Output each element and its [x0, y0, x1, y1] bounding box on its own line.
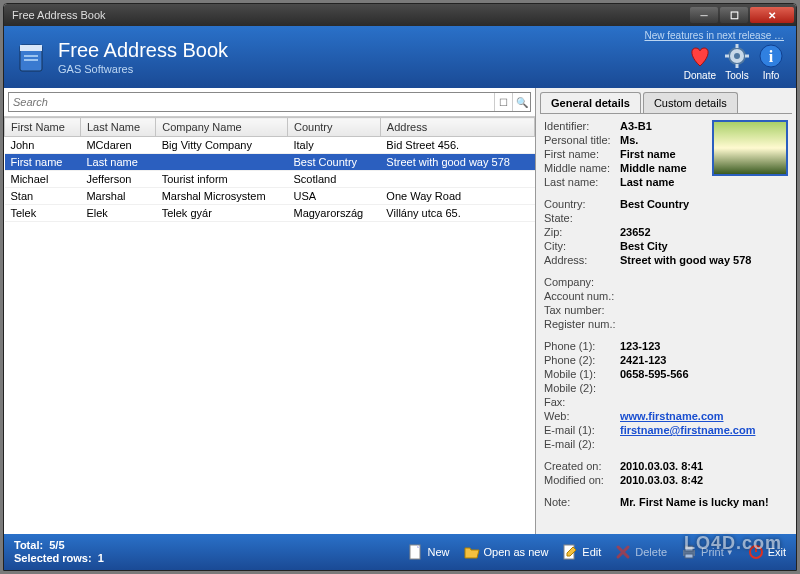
column-header[interactable]: Company Name — [156, 118, 288, 137]
contact-photo[interactable] — [712, 120, 788, 176]
table-row[interactable]: First nameLast nameBest CountryStreet wi… — [5, 154, 535, 171]
detail-label: Fax: — [544, 396, 620, 408]
table-row[interactable]: StanMarshalMarshal MicrosystemUSAOne Way… — [5, 188, 535, 205]
app-subtitle: GAS Softwares — [58, 63, 228, 75]
detail-value: Best Country — [620, 198, 689, 210]
tab-custom-details[interactable]: Custom details — [643, 92, 738, 113]
selected-value: 1 — [98, 552, 104, 564]
column-header[interactable]: Address — [380, 118, 534, 137]
edit-button[interactable]: Edit — [562, 544, 601, 560]
detail-label: E-mail (2): — [544, 438, 620, 450]
detail-row: Mobile (1):0658-595-566 — [544, 368, 788, 380]
detail-label: Mobile (1): — [544, 368, 620, 380]
detail-value: Street with good way 578 — [620, 254, 751, 266]
detail-value: www.firstname.com — [620, 410, 724, 422]
detail-row: Last name:Last name — [544, 176, 788, 188]
detail-value: 123-123 — [620, 340, 660, 352]
svg-rect-1 — [20, 45, 42, 51]
detail-label: Last name: — [544, 176, 620, 188]
print-button[interactable]: Print ▼ — [681, 544, 734, 560]
detail-row: Created on:2010.03.03. 8:41 — [544, 460, 788, 472]
search-input[interactable] — [9, 93, 494, 111]
detail-row: Phone (2):2421-123 — [544, 354, 788, 366]
table-row[interactable]: JohnMCdarenBig Vitty CompanyItalyBid Str… — [5, 137, 535, 154]
power-icon — [748, 544, 764, 560]
table-row[interactable]: TelekElekTelek gyárMagyarországVillány u… — [5, 205, 535, 222]
tools-button[interactable]: Tools — [724, 43, 750, 81]
column-header[interactable]: Country — [287, 118, 380, 137]
app-header: Free Address Book GAS Softwares New feat… — [4, 26, 796, 88]
search-box: ☐ 🔍 — [8, 92, 531, 112]
detail-row: Fax: — [544, 396, 788, 408]
selected-label: Selected rows: — [14, 552, 92, 564]
detail-label: Phone (2): — [544, 354, 620, 366]
gear-icon — [724, 43, 750, 69]
titlebar[interactable]: Free Address Book ─ ☐ ✕ — [4, 4, 796, 26]
detail-row: Note:Mr. First Name is lucky man! — [544, 496, 788, 508]
open-as-new-button[interactable]: Open as new — [464, 544, 549, 560]
search-icon[interactable]: 🔍 — [512, 93, 530, 111]
detail-value: firstname@firstname.com — [620, 424, 755, 436]
clear-search-icon[interactable]: ☐ — [494, 93, 512, 111]
detail-value: Last name — [620, 176, 674, 188]
contacts-table[interactable]: First NameLast NameCompany NameCountryAd… — [4, 117, 535, 534]
detail-row: Phone (1):123-123 — [544, 340, 788, 352]
svg-text:i: i — [769, 48, 774, 65]
svg-rect-15 — [685, 546, 693, 551]
detail-value: 23652 — [620, 226, 651, 238]
new-button[interactable]: New — [408, 544, 450, 560]
svg-rect-3 — [24, 59, 38, 61]
detail-value: 0658-595-566 — [620, 368, 689, 380]
detail-label: Zip: — [544, 226, 620, 238]
tab-general-details[interactable]: General details — [540, 92, 641, 113]
maximize-button[interactable]: ☐ — [720, 7, 748, 23]
detail-row: Modified on:2010.03.03. 8:42 — [544, 474, 788, 486]
folder-open-icon — [464, 544, 480, 560]
print-icon — [681, 544, 697, 560]
svg-rect-2 — [24, 55, 38, 57]
detail-row: Web:www.firstname.com — [544, 410, 788, 422]
detail-label: Mobile (2): — [544, 382, 620, 394]
minimize-button[interactable]: ─ — [690, 7, 718, 23]
detail-label: City: — [544, 240, 620, 252]
details-panel: General details Custom details Identifie… — [536, 88, 796, 534]
detail-label: Tax number: — [544, 304, 620, 316]
detail-row: Tax number: — [544, 304, 788, 316]
exit-button[interactable]: Exit — [748, 544, 786, 560]
detail-value: First name — [620, 148, 676, 160]
detail-row: City:Best City — [544, 240, 788, 252]
total-value: 5/5 — [49, 539, 64, 551]
table-row[interactable]: MichaelJeffersonTourist informScotland — [5, 171, 535, 188]
detail-label: Created on: — [544, 460, 620, 472]
detail-value: Ms. — [620, 134, 638, 146]
detail-row: Register num.: — [544, 318, 788, 330]
detail-row: E-mail (1):firstname@firstname.com — [544, 424, 788, 436]
svg-point-5 — [734, 53, 740, 59]
info-button[interactable]: i Info — [758, 43, 784, 81]
new-features-link[interactable]: New features in next release … — [644, 30, 784, 41]
left-panel: ☐ 🔍 First NameLast NameCompany NameCount… — [4, 88, 536, 534]
detail-label: Modified on: — [544, 474, 620, 486]
detail-value: 2010.03.03. 8:41 — [620, 460, 703, 472]
chevron-down-icon: ▼ — [726, 548, 734, 557]
detail-value: Best City — [620, 240, 668, 252]
column-header[interactable]: Last Name — [80, 118, 155, 137]
detail-label: Middle name: — [544, 162, 620, 174]
detail-value: Mr. First Name is lucky man! — [620, 496, 769, 508]
detail-label: Country: — [544, 198, 620, 210]
close-button[interactable]: ✕ — [750, 7, 794, 23]
detail-label: Identifier: — [544, 120, 620, 132]
delete-button[interactable]: Delete — [615, 544, 667, 560]
detail-label: First name: — [544, 148, 620, 160]
detail-label: Company: — [544, 276, 620, 288]
donate-button[interactable]: Donate — [684, 43, 716, 81]
app-title: Free Address Book — [58, 39, 228, 62]
detail-value: 2010.03.03. 8:42 — [620, 474, 703, 486]
detail-label: State: — [544, 212, 620, 224]
column-header[interactable]: First Name — [5, 118, 81, 137]
detail-label: Address: — [544, 254, 620, 266]
detail-row: State: — [544, 212, 788, 224]
detail-label: Phone (1): — [544, 340, 620, 352]
edit-icon — [562, 544, 578, 560]
detail-label: Web: — [544, 410, 620, 422]
